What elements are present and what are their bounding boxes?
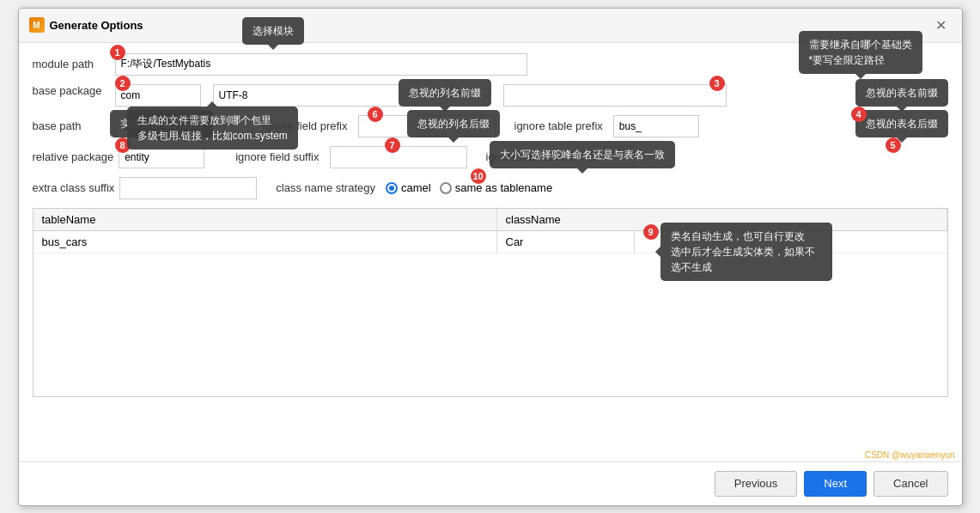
encoding-input[interactable] [213, 84, 402, 107]
class-name-strategy-label: class name strategy [276, 181, 375, 194]
generate-options-dialog: M Generate Options ✕ module path 1 选择模块 … [18, 8, 963, 506]
ignore-field-prefix-label: ignore field prefix [263, 119, 348, 132]
tooltip-9: 类名自动生成，也可自行更改 选中后才会生成实体类，如果不选不生成 [660, 223, 832, 281]
relative-package-input[interactable] [119, 146, 204, 168]
extra-class-suffix-label: extra class suffix [33, 181, 115, 194]
ignore-table-prefix-label: ignore table prefix [514, 119, 603, 132]
badge-7: 7 [385, 137, 400, 153]
badge-4: 4 [851, 107, 867, 122]
badge-5: 5 [886, 137, 901, 153]
dialog-title-text: Generate Options [50, 19, 143, 32]
base-path-input[interactable] [115, 115, 253, 137]
radio-same-as-dot [440, 182, 452, 194]
cancel-button[interactable]: Cancel [873, 471, 947, 497]
next-button[interactable]: Next [804, 471, 867, 497]
dialog-icon: M [29, 17, 45, 33]
radio-camel-dot [386, 182, 398, 194]
ignore-table-prefix-input[interactable] [613, 115, 699, 137]
badge-1: 1 [110, 45, 125, 60]
table-row[interactable]: bus_cars Car 9 类名自动生成，也可自行更改 选中后才会生成实体类，… [33, 231, 947, 253]
close-button[interactable]: ✕ [930, 15, 952, 35]
module-path-row: module path 1 选择模块 [33, 53, 948, 76]
badge-8: 8 [115, 137, 131, 153]
extra-class-row: extra class suffix class name strategy c… [33, 177, 948, 199]
base-path-row: base path ignore field prefix 6 忽视的列名前缀 … [33, 115, 948, 137]
dialog-title: M Generate Options [29, 17, 143, 33]
base-package-label: base package [33, 84, 110, 97]
badge-6: 6 [368, 107, 383, 122]
table-cell-classname: Car [497, 231, 635, 253]
dialog-body: module path 1 选择模块 base package 2 生成的文件需… [19, 43, 962, 461]
badge-10: 10 [471, 168, 486, 184]
table-col-classname: className [497, 209, 947, 230]
relative-package-row: relative package 8 实体类所在的包名 ignore field… [33, 146, 948, 168]
table-cell-tablename: bus_cars [33, 231, 497, 253]
badge-2: 2 [115, 76, 131, 91]
base-package-row: base package 2 生成的文件需要放到哪个包里 多级包用.链接，比如c… [33, 84, 948, 107]
ignore-table-suffix-input[interactable] [583, 146, 635, 168]
previous-button[interactable]: Previous [715, 471, 798, 497]
radio-same-as[interactable]: same as tablename [440, 181, 552, 194]
module-path-label: module path [33, 58, 110, 70]
ignore-table-suffix-label: ignore table suffix [486, 150, 574, 163]
table-col-tablename: tableName [33, 209, 497, 230]
class-name-strategy-group: camel same as tablename [386, 181, 552, 194]
table-header: tableName className [33, 209, 947, 231]
module-path-input[interactable] [115, 53, 527, 76]
relative-package-label: relative package [33, 150, 114, 163]
data-table: tableName className bus_cars Car 9 类名自动生… [33, 208, 948, 397]
radio-same-as-label: same as tablename [455, 181, 552, 194]
dialog-footer: Previous Next Cancel [19, 461, 962, 505]
ignore-field-suffix-label: ignore field suffix [235, 150, 319, 163]
badge-3: 3 [709, 76, 725, 91]
base-path-label: base path [33, 119, 110, 132]
super-class-input[interactable] [503, 84, 727, 107]
super-class-label: superClass [421, 84, 498, 97]
extra-class-suffix-input[interactable] [119, 177, 257, 199]
badge-9: 9 [643, 224, 659, 240]
radio-camel[interactable]: camel [386, 181, 431, 194]
watermark: CSDN @wuyanwenyun [865, 450, 955, 460]
title-bar: M Generate Options ✕ [19, 9, 962, 43]
radio-camel-label: camel [401, 181, 431, 194]
